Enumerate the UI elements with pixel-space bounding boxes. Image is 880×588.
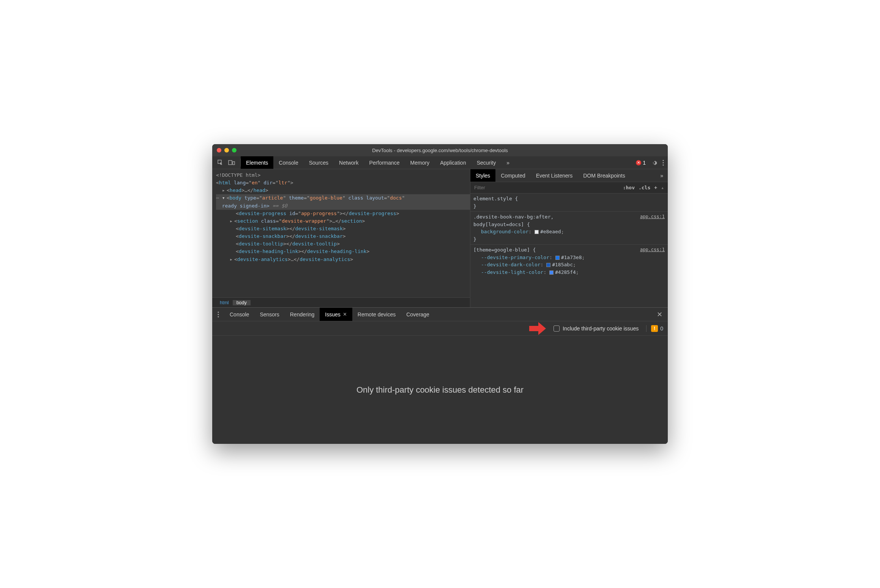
- styles-scrollbar-icon[interactable]: ▴: [661, 185, 664, 190]
- annotation-arrow: [529, 321, 546, 336]
- minimize-window[interactable]: [224, 148, 229, 153]
- issues-count-value: 0: [660, 325, 663, 332]
- kebab-icon[interactable]: [662, 160, 664, 166]
- cls-toggle[interactable]: .cls: [639, 185, 650, 190]
- drawer-tab-coverage[interactable]: Coverage: [401, 308, 435, 321]
- device-toolbar-icon[interactable]: [228, 160, 235, 166]
- tab-elements[interactable]: Elements: [241, 156, 273, 169]
- rule-theme-blue[interactable]: app.css:1 [theme=google-blue] { --devsit…: [470, 245, 668, 277]
- warning-icon: !: [651, 325, 658, 332]
- dom-tree[interactable]: <!DOCTYPE html> <html lang="en" dir="ltr…: [212, 169, 470, 297]
- drawer-kebab-icon[interactable]: [212, 308, 224, 321]
- dom-breadcrumb: html body: [212, 297, 470, 307]
- main-toolbar: Elements Console Sources Network Perform…: [212, 156, 668, 169]
- styles-body[interactable]: element.style { } app.css:1 .devsite-boo…: [470, 193, 668, 307]
- tab-network[interactable]: Network: [334, 156, 364, 169]
- tab-sources[interactable]: Sources: [304, 156, 334, 169]
- color-swatch[interactable]: [555, 256, 560, 260]
- svg-rect-0: [229, 160, 232, 165]
- window-title: DevTools - developers.google.com/web/too…: [212, 148, 668, 153]
- styles-filter-buttons: :hov .cls + ▴: [623, 185, 668, 190]
- tab-application[interactable]: Application: [435, 156, 472, 169]
- close-tab-icon[interactable]: ✕: [343, 311, 347, 317]
- elements-panel: <!DOCTYPE html> <html lang="en" dir="ltr…: [212, 169, 470, 307]
- window-titlebar: DevTools - developers.google.com/web/too…: [212, 144, 668, 156]
- tab-styles[interactable]: Styles: [470, 169, 495, 182]
- drawer-tabs: Console Sensors Rendering Issues ✕ Remot…: [212, 308, 668, 321]
- svg-point-5: [218, 311, 219, 313]
- styles-filter-row: :hov .cls + ▴: [470, 182, 668, 193]
- tab-overflow[interactable]: »: [501, 156, 515, 169]
- new-rule-button[interactable]: +: [654, 185, 657, 190]
- tab-dom-breakpoints[interactable]: DOM Breakpoints: [578, 169, 630, 182]
- tab-performance[interactable]: Performance: [364, 156, 405, 169]
- drawer: Console Sensors Rendering Issues ✕ Remot…: [212, 307, 668, 444]
- tab-computed[interactable]: Computed: [495, 169, 531, 182]
- drawer-tab-issues[interactable]: Issues ✕: [320, 308, 352, 321]
- error-count-value: 1: [643, 160, 646, 166]
- toolbar-right: ✕ 1: [632, 156, 668, 169]
- main-tabs: Elements Console Sources Network Perform…: [241, 156, 632, 169]
- svg-point-6: [218, 314, 219, 315]
- tab-memory[interactable]: Memory: [405, 156, 435, 169]
- svg-point-4: [662, 164, 664, 165]
- styles-tabs: Styles Computed Event Listeners DOM Brea…: [470, 169, 668, 182]
- svg-point-7: [218, 316, 219, 317]
- traffic-lights: [217, 148, 237, 153]
- settings-icon[interactable]: [651, 160, 657, 166]
- dom-doctype: <!DOCTYPE html>: [216, 172, 260, 178]
- issues-count[interactable]: ! 0: [646, 325, 663, 332]
- hov-toggle[interactable]: :hov: [623, 185, 635, 190]
- drawer-close-icon[interactable]: ✕: [651, 308, 668, 321]
- styles-tab-overflow[interactable]: »: [656, 169, 668, 182]
- styles-panel: Styles Computed Event Listeners DOM Brea…: [470, 169, 668, 307]
- error-count[interactable]: ✕ 1: [636, 160, 646, 166]
- breadcrumb-body[interactable]: body: [233, 300, 251, 305]
- svg-rect-1: [233, 162, 235, 165]
- include-third-party-checkbox[interactable]: [554, 325, 560, 332]
- tab-security[interactable]: Security: [472, 156, 502, 169]
- drawer-tab-rendering[interactable]: Rendering: [285, 308, 320, 321]
- dom-selected-body[interactable]: ⋯ ▾<body type="article" theme="google-bl…: [216, 194, 470, 209]
- rule-source-link[interactable]: app.css:1: [640, 246, 665, 253]
- panels: <!DOCTYPE html> <html lang="en" dir="ltr…: [212, 169, 668, 307]
- tab-event-listeners[interactable]: Event Listeners: [531, 169, 578, 182]
- zoom-window[interactable]: [232, 148, 237, 153]
- rule-element-style[interactable]: element.style { }: [470, 193, 668, 212]
- tab-console[interactable]: Console: [273, 156, 303, 169]
- toolbar-left-icons: [212, 156, 240, 169]
- devtools-window: DevTools - developers.google.com/web/too…: [212, 144, 668, 444]
- drawer-tab-console[interactable]: Console: [224, 308, 254, 321]
- inspect-icon[interactable]: [218, 160, 224, 166]
- rule-devsite-nav[interactable]: app.css:1 .devsite-book-nav-bg:after, bo…: [470, 212, 668, 245]
- svg-point-2: [662, 160, 664, 161]
- color-swatch[interactable]: [549, 270, 554, 275]
- issues-toolbar: Include third-party cookie issues ! 0: [212, 321, 668, 336]
- color-swatch[interactable]: [535, 230, 539, 234]
- styles-filter-input[interactable]: [470, 185, 623, 190]
- breadcrumb-html[interactable]: html: [216, 300, 233, 305]
- include-third-party-label: Include third-party cookie issues: [563, 325, 639, 332]
- drawer-tab-remote[interactable]: Remote devices: [352, 308, 401, 321]
- close-window[interactable]: [217, 148, 221, 153]
- color-swatch[interactable]: [546, 263, 550, 267]
- drawer-tab-sensors[interactable]: Sensors: [254, 308, 284, 321]
- issues-empty-state: Only third-party cookie issues detected …: [212, 336, 668, 444]
- svg-point-3: [662, 162, 664, 163]
- rule-source-link[interactable]: app.css:1: [640, 213, 665, 220]
- error-icon: ✕: [636, 160, 641, 165]
